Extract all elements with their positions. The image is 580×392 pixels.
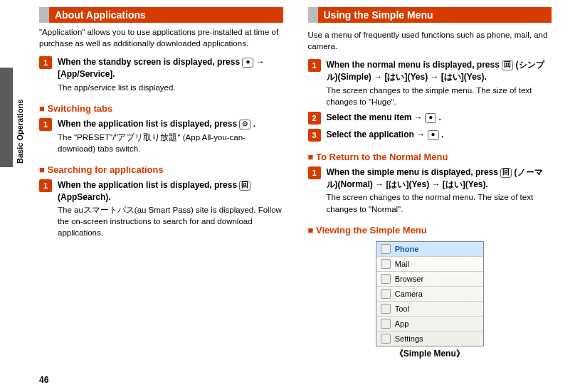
step-number: 1 xyxy=(39,118,52,131)
step-text: When the application list is displayed, … xyxy=(58,119,239,129)
side-section-label: Basic Operations xyxy=(16,100,24,164)
center-key-icon: ● xyxy=(428,130,439,140)
menu-label: Camera xyxy=(395,290,423,298)
list-item: Browser xyxy=(376,272,483,287)
list-item: App xyxy=(376,317,483,332)
settings-icon xyxy=(381,334,391,344)
step-text: When the simple menu is displayed, press xyxy=(327,167,501,177)
step-text: (AppSearch). xyxy=(58,192,111,202)
step-number: 1 xyxy=(308,59,321,72)
step-desc: The screen changes to the simple menu. T… xyxy=(327,85,552,107)
step-text: When the standby screen is displayed, pr… xyxy=(58,57,242,67)
step-number: 3 xyxy=(308,129,321,142)
menu-label: App xyxy=(395,319,409,328)
list-item: Mail xyxy=(376,257,483,272)
menu-label: Settings xyxy=(395,334,423,343)
right-header: Using the Simple Menu xyxy=(308,7,552,23)
list-item: Settings xyxy=(376,332,483,346)
step-number: 1 xyxy=(308,166,321,179)
subhead-search: Searching for applications xyxy=(39,164,283,175)
soft-key-icon: 回 xyxy=(500,168,512,178)
mail-icon xyxy=(381,259,391,269)
phone-icon xyxy=(381,244,391,254)
page-number: 46 xyxy=(39,375,48,385)
step-text: Select the menu item → xyxy=(327,112,426,122)
simple-menu-screenshot: Phone Mail Browser Camera Tool App Setti… xyxy=(376,241,484,346)
step-desc: The "PRESET"/"アプリ取り放題" (App All-you-can-… xyxy=(58,132,283,154)
menu-label: Mail xyxy=(395,260,409,268)
step-number: 1 xyxy=(39,56,52,69)
browser-icon xyxy=(381,274,391,284)
right-column: Using the Simple Menu Use a menu of freq… xyxy=(308,7,552,360)
right-step-a3: 3 Select the application → ● . xyxy=(308,129,552,142)
screenshot-caption: 《Simple Menu》 xyxy=(308,348,552,360)
step-text: Select the application → xyxy=(327,129,428,139)
step-desc: The screen changes to the normal menu. T… xyxy=(327,191,552,214)
list-item: Camera xyxy=(376,287,483,302)
step-text: . xyxy=(439,112,441,122)
subhead-return: To Return to the Normal Menu xyxy=(308,152,552,162)
list-item: Tool xyxy=(376,302,483,317)
left-intro: "Application" allows you to use applicat… xyxy=(39,27,283,49)
right-step-a1: 1 When the normal menu is displayed, pre… xyxy=(308,59,552,107)
app-icon xyxy=(381,319,391,329)
left-step-b1: 1 When the application list is displayed… xyxy=(39,118,283,154)
right-step-b1: 1 When the simple menu is displayed, pre… xyxy=(308,166,552,215)
step-text: . xyxy=(253,119,255,129)
direction-key-icon: ⊙ xyxy=(239,120,251,129)
step-number: 2 xyxy=(308,112,321,125)
step-desc: The app/service list is displayed. xyxy=(58,82,283,93)
step-text: When the application list is displayed, … xyxy=(58,180,239,190)
camera-icon xyxy=(381,289,391,299)
center-key-icon: ● xyxy=(242,58,253,68)
menu-label: Phone xyxy=(395,245,419,253)
left-step-c1: 1 When the application list is displayed… xyxy=(39,179,283,239)
menu-label: Tool xyxy=(395,304,409,313)
tool-icon xyxy=(381,304,391,314)
left-step-a1: 1 When the standby screen is displayed, … xyxy=(39,56,283,93)
left-column: About Applications "Application" allows … xyxy=(39,7,283,360)
left-header: About Applications xyxy=(39,7,283,23)
subhead-switching: Switching tabs xyxy=(39,103,283,114)
menu-label: Browser xyxy=(395,275,423,283)
side-tab-bg xyxy=(0,68,13,167)
step-desc: The auスマートパス(au Smart Pass) site is disp… xyxy=(58,204,283,238)
step-text: . xyxy=(441,129,443,139)
soft-key-icon: 回 xyxy=(239,181,251,191)
list-item: Phone xyxy=(376,242,483,257)
center-key-icon: ● xyxy=(425,113,436,123)
right-intro: Use a menu of frequently used functions … xyxy=(308,30,552,52)
subhead-view: Viewing the Simple Menu xyxy=(308,225,552,235)
step-number: 1 xyxy=(39,179,52,192)
soft-key-icon: 回 xyxy=(502,60,513,70)
right-step-a2: 2 Select the menu item → ● . xyxy=(308,112,552,125)
page-columns: About Applications "Application" allows … xyxy=(0,0,580,360)
step-text: When the normal menu is displayed, press xyxy=(327,60,502,70)
